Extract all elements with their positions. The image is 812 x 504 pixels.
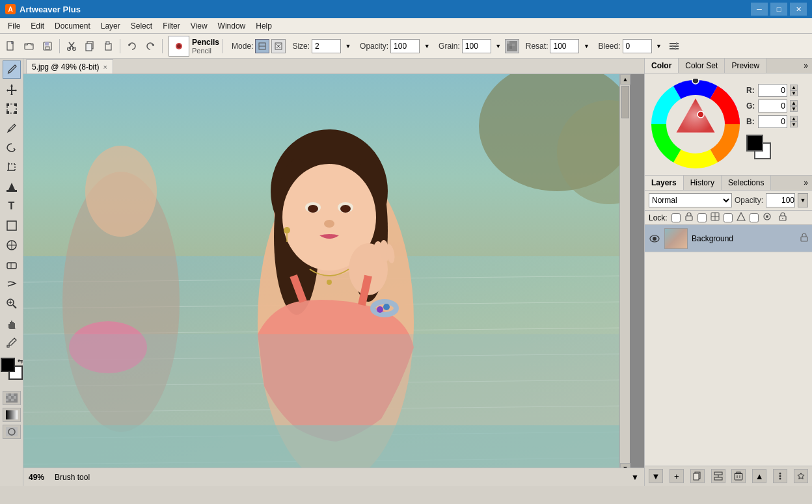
move-tool-btn[interactable] xyxy=(3,80,21,98)
brush-preview[interactable] xyxy=(169,36,189,57)
tab-layers[interactable]: Layers xyxy=(645,176,684,190)
menu-filter[interactable]: Filter xyxy=(157,20,185,33)
layers-settings-btn[interactable] xyxy=(794,469,808,483)
canvas-viewport[interactable]: ▲ ▼ ◄ ► xyxy=(23,74,644,468)
lasso-tool-btn[interactable] xyxy=(3,139,21,157)
lock-extra-check[interactable] xyxy=(750,213,759,222)
b-input[interactable] xyxy=(758,115,787,128)
layers-blend-controls: Normal Multiply Screen Overlay Opacity: … xyxy=(645,191,812,211)
bleed-input[interactable] xyxy=(623,39,652,53)
canvas-tab[interactable]: 5.jpg @ 49% (8-bit) × xyxy=(26,59,113,73)
new-button[interactable] xyxy=(3,38,20,55)
grain-input[interactable] xyxy=(462,39,491,53)
menu-view[interactable]: View xyxy=(185,20,213,33)
new-layer-btn[interactable]: + xyxy=(670,469,684,483)
pattern2-btn[interactable] xyxy=(3,425,21,439)
size-dropdown[interactable]: ▼ xyxy=(343,38,353,55)
g-input[interactable] xyxy=(758,99,787,113)
swap-colors-btn[interactable]: ⇆ xyxy=(18,358,23,365)
menu-window[interactable]: Window xyxy=(213,20,251,33)
transform-tool-btn[interactable] xyxy=(3,99,21,118)
tab-color[interactable]: Color xyxy=(645,59,679,73)
undo-button[interactable] xyxy=(124,38,141,55)
bleed-dropdown[interactable]: ▼ xyxy=(654,38,664,55)
pattern-btn[interactable] xyxy=(3,391,21,405)
size-input[interactable] xyxy=(312,39,341,53)
delete-layer-btn[interactable] xyxy=(731,469,746,483)
scroll-up-btn[interactable]: ▲ xyxy=(620,74,630,85)
close-button[interactable]: ✕ xyxy=(790,3,807,16)
shape-tool-btn[interactable] xyxy=(3,217,21,235)
status-arrow[interactable]: ▼ xyxy=(631,473,639,482)
tab-history[interactable]: History xyxy=(684,176,722,190)
tab-selections[interactable]: Selections xyxy=(722,176,771,190)
g-down[interactable]: ▼ xyxy=(790,106,798,112)
foreground-color[interactable] xyxy=(1,358,15,372)
stamp-tool-btn[interactable] xyxy=(3,236,21,254)
layers-options-btn[interactable] xyxy=(773,469,787,483)
duplicate-layer-btn[interactable] xyxy=(690,469,705,483)
extra-options-button[interactable] xyxy=(666,38,683,55)
resat-dropdown[interactable]: ▼ xyxy=(581,38,591,55)
blend-mode-select[interactable]: Normal Multiply Screen Overlay xyxy=(649,193,732,207)
resat-input[interactable] xyxy=(550,39,579,53)
r-input[interactable] xyxy=(758,84,787,97)
b-up[interactable]: ▲ xyxy=(790,116,798,122)
r-up[interactable]: ▲ xyxy=(790,85,798,90)
pencil-tool-btn[interactable] xyxy=(3,119,21,137)
scroll-down-btn[interactable]: ▼ xyxy=(620,463,630,468)
redo-button[interactable] xyxy=(142,38,159,55)
scroll-thumb-y[interactable] xyxy=(621,86,629,118)
layer-visibility-btn[interactable] xyxy=(649,233,660,245)
crop-tool-btn[interactable] xyxy=(3,158,21,176)
paste-button[interactable] xyxy=(100,38,116,55)
opacity-dropdown[interactable]: ▼ xyxy=(798,193,808,207)
opacity-value[interactable] xyxy=(766,193,795,207)
opacity-input[interactable] xyxy=(390,39,420,53)
menu-document[interactable]: Document xyxy=(49,20,96,33)
save-button[interactable] xyxy=(39,38,56,55)
text-tool-btn[interactable]: T xyxy=(3,197,21,215)
lock-all-check[interactable] xyxy=(697,213,707,222)
r-down[interactable]: ▼ xyxy=(790,90,798,96)
opacity-dropdown[interactable]: ▼ xyxy=(422,38,432,55)
menu-edit[interactable]: Edit xyxy=(25,20,49,33)
merge-layer-btn[interactable] xyxy=(711,469,725,483)
layers-scroll-down-btn[interactable]: ▼ xyxy=(649,469,663,483)
layers-panel-close[interactable]: » xyxy=(800,176,812,190)
b-down[interactable]: ▼ xyxy=(790,122,798,127)
cut-button[interactable] xyxy=(63,38,80,55)
hand-tool-btn[interactable] xyxy=(3,314,21,332)
eraser-tool-btn[interactable] xyxy=(3,256,21,274)
layer-item-background[interactable]: Background xyxy=(645,225,812,252)
open-button[interactable] xyxy=(21,38,38,55)
g-up[interactable]: ▲ xyxy=(790,100,798,106)
smudge-tool-btn[interactable] xyxy=(3,275,21,293)
layers-scroll-up-btn[interactable]: ▲ xyxy=(752,469,766,483)
lock-transparency-check[interactable] xyxy=(724,213,733,222)
lock-pixels-check[interactable] xyxy=(671,213,681,222)
mode-btn-2[interactable] xyxy=(271,39,286,53)
fill-tool-btn[interactable] xyxy=(3,178,21,196)
eyedropper-tool-btn[interactable] xyxy=(3,334,21,352)
menu-help[interactable]: Help xyxy=(250,20,277,33)
gradient-btn[interactable] xyxy=(3,408,21,422)
color-wheel-container[interactable] xyxy=(650,79,741,170)
minimize-button[interactable]: ─ xyxy=(751,3,768,16)
menu-select[interactable]: Select xyxy=(126,20,157,33)
color-panel-close[interactable]: » xyxy=(800,59,812,73)
menu-file[interactable]: File xyxy=(3,20,25,33)
close-tab-btn[interactable]: × xyxy=(103,63,107,71)
copy-button[interactable] xyxy=(81,38,98,55)
tab-preview[interactable]: Preview xyxy=(725,59,766,73)
tab-color-set[interactable]: Color Set xyxy=(679,59,725,73)
brush-tool-btn[interactable] xyxy=(3,60,21,79)
zoom-tool-btn[interactable] xyxy=(3,295,21,313)
fg-swatch[interactable] xyxy=(746,135,763,152)
maximize-button[interactable]: □ xyxy=(770,3,787,16)
mode-btn-1[interactable] xyxy=(255,39,269,53)
scrollbar-y[interactable]: ▲ ▼ xyxy=(619,74,630,468)
grain-dropdown[interactable]: ▼ xyxy=(493,38,504,55)
lock-all-icon xyxy=(710,212,720,223)
menu-layer[interactable]: Layer xyxy=(96,20,126,33)
